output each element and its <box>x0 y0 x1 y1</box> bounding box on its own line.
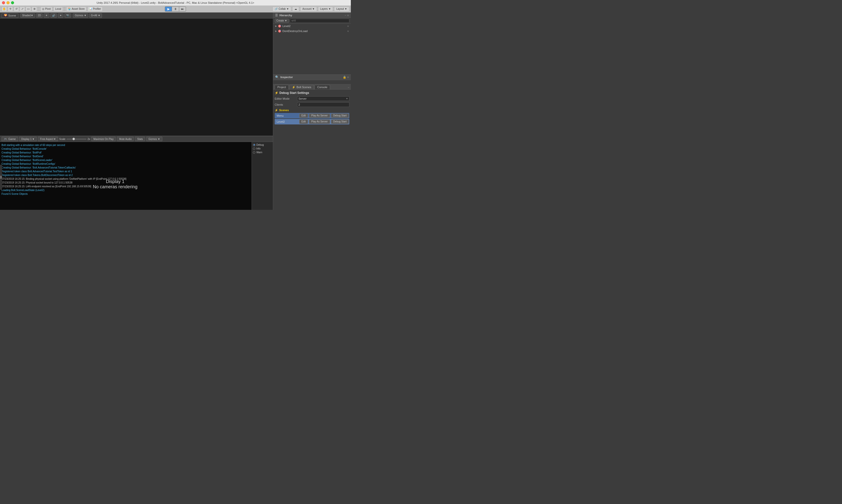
item-options[interactable]: ≡ <box>347 30 349 33</box>
rect-tool[interactable]: ▭ <box>25 6 31 12</box>
pause-button[interactable]: ⏸ <box>172 6 179 12</box>
scale-slider[interactable]: Scale 2x <box>59 138 90 141</box>
hand-tool[interactable]: ✋ <box>1 6 7 12</box>
aspect-dropdown[interactable]: Free Aspect ▼ <box>38 137 58 141</box>
collab-button[interactable]: 🔗 Collab ▼ <box>272 6 291 12</box>
rotate-tool[interactable]: ↺ <box>14 6 19 12</box>
editor-mode-dropdown[interactable]: Server ▼ <box>297 96 349 101</box>
scale-thumb[interactable] <box>72 138 75 140</box>
asset-store-button[interactable]: 🏪 Asset Store <box>66 6 86 12</box>
info-radio[interactable]: Info <box>253 147 272 150</box>
debug-radio-circle[interactable] <box>253 144 255 146</box>
display-dropdown[interactable]: Display 1 ▼ <box>19 137 37 141</box>
profiler-icon: 📊 <box>89 7 92 10</box>
hierarchy-item-dontdestroy[interactable]: ▶ 🎯 DontDestroyOnLoad ≡ <box>273 29 351 34</box>
shading-dropdown[interactable]: Shaded ▼ <box>20 13 35 18</box>
play-button[interactable]: ▶ <box>165 6 172 12</box>
window-title: Unity 2017.4.26f1 Personal (64bit) - Lev… <box>97 1 254 4</box>
maximize-button[interactable] <box>11 1 14 4</box>
hierarchy-header: ☰ Hierarchy − ≡ <box>273 13 351 18</box>
scale-track[interactable] <box>66 139 86 140</box>
play-as-server-button-menu[interactable]: Play As Server <box>309 113 330 118</box>
project-tab[interactable]: Project <box>275 85 289 89</box>
scene-toolbar: 🌄 Scene Shaded ▼ 2D ☀ 🔊 ✦ 📷 Gizmos ▼ <box>0 13 273 19</box>
log-line: Registered token class Bolt.Tokens.BoltD… <box>1 174 250 177</box>
inspector-menu[interactable]: ≡ <box>347 76 349 79</box>
window-controls[interactable] <box>2 1 14 4</box>
bolt-scenes-tab[interactable]: ⚡ Bolt Scenes <box>289 85 314 89</box>
hierarchy-item-level2[interactable]: ▶ 🎯 Level2 ≡ <box>273 23 351 29</box>
dropdown-arrow-icon: ▼ <box>346 97 348 100</box>
debug-settings-content: ⚡ Debug Start Settings Editor Mode Serve… <box>273 90 351 126</box>
camera-icon[interactable]: 📷 <box>64 13 71 18</box>
2d-toggle[interactable]: 2D <box>36 13 43 18</box>
game-gizmos-button[interactable]: Gizmos ▼ <box>146 137 162 141</box>
editor-mode-row: Editor Mode Server ▼ <box>275 96 349 101</box>
log-line: Creating Global Behaviour: 'BoltConsole' <box>1 147 250 151</box>
local-button[interactable]: Local <box>53 6 63 12</box>
debug-start-button-menu[interactable]: Debug Start <box>331 113 349 118</box>
close-button[interactable] <box>2 1 5 4</box>
hierarchy-header-right: − ≡ <box>345 14 349 17</box>
scene-tab[interactable]: 🌄 Scene <box>1 13 18 18</box>
scenes-bolt-icon: ⚡ <box>275 109 278 112</box>
gizmos-button[interactable]: Gizmos ▼ <box>73 13 88 18</box>
layers-button[interactable]: Layers ▼ <box>318 6 333 12</box>
hierarchy-title: Hierarchy <box>279 14 292 17</box>
panel-collapse-icon[interactable]: − <box>348 86 349 89</box>
transform-tools: ✋ ✛ ↺ ⤢ ▭ ⊕ <box>1 6 37 12</box>
hierarchy-collapse[interactable]: − <box>345 14 346 17</box>
hierarchy-search[interactable] <box>290 19 349 23</box>
debug-start-button-level2[interactable]: Debug Start <box>331 120 349 124</box>
lighting-toggle[interactable]: ☀ <box>44 13 49 18</box>
info-radio-circle[interactable] <box>253 147 255 150</box>
console-tab[interactable]: Console <box>314 85 330 89</box>
profiler-button[interactable]: 📊 Profiler <box>87 6 103 12</box>
main-toolbar: ✋ ✛ ↺ ⤢ ▭ ⊕ ◎ Pivot Local 🏪 Asset Store … <box>0 5 351 13</box>
collab-icon: 🔗 <box>275 7 278 10</box>
clients-row: Clients 2 <box>275 102 349 107</box>
stats-button[interactable]: Stats <box>135 137 145 141</box>
edit-button-level2[interactable]: Edit <box>299 120 308 124</box>
clients-label: Clients <box>275 103 297 106</box>
cloud-button[interactable]: ☁ <box>292 6 299 12</box>
display-label: Display 1 <box>106 179 124 184</box>
log-line: Creating Global Behaviour: 'BoltRuntimeC… <box>1 162 250 166</box>
scene-name-menu: Menu <box>275 114 299 117</box>
bottom-right-panel: Project ⚡ Bolt Scenes Console − ⚡ Debug … <box>273 84 351 210</box>
fx-toggle[interactable]: ✦ <box>58 13 64 18</box>
scale-tool[interactable]: ⤢ <box>20 6 25 12</box>
hierarchy-menu[interactable]: ≡ <box>347 14 349 17</box>
slider-handle[interactable] <box>0 176 2 179</box>
play-as-server-button-level2[interactable]: Play As Server <box>309 120 330 124</box>
audio-toggle[interactable]: 🔊 <box>50 13 57 18</box>
clients-input[interactable]: 2 <box>297 103 349 107</box>
game-view: 🎮 Game Display 1 ▼ Free Aspect ▼ Scale <box>0 136 273 210</box>
multi-tool[interactable]: ⊕ <box>32 6 37 12</box>
panel-right-controls: − <box>348 86 349 89</box>
log-line: Creating Global Behaviour: 'BoltPoll' <box>1 151 250 155</box>
bolt-icon: ⚡ <box>275 91 278 95</box>
log-line: Registered token class Bolt.AdvancedTuto… <box>1 170 250 173</box>
right-panel: ☰ Hierarchy − ≡ Create ▼ ▶ 🎯 Level2 ≡ <box>273 13 351 210</box>
minimize-button[interactable] <box>6 1 10 4</box>
move-tool[interactable]: ✛ <box>7 6 13 12</box>
scenes-header: ⚡ Scenes <box>275 109 349 112</box>
game-tab[interactable]: 🎮 Game <box>1 137 18 141</box>
layout-button[interactable]: Layout ▼ <box>334 6 349 12</box>
maximize-on-play-button[interactable]: Maximize On Play <box>91 137 116 141</box>
pivot-button[interactable]: ◎ Pivot <box>40 6 52 12</box>
account-button[interactable]: Account ▼ <box>300 6 317 12</box>
item-options[interactable]: ≡ <box>347 25 349 28</box>
inspector-lock[interactable]: 🔒 <box>343 76 346 79</box>
warn-radio-circle[interactable] <box>253 151 255 154</box>
all-layers-button[interactable]: G+All ▼ <box>89 13 102 18</box>
warn-radio[interactable]: Warn <box>253 151 272 154</box>
step-button[interactable]: ⏭ <box>179 6 186 12</box>
play-controls: ▶ ⏸ ⏭ <box>165 6 186 12</box>
mute-audio-button[interactable]: Mute Audio <box>117 137 134 141</box>
edit-button-menu[interactable]: Edit <box>299 113 308 118</box>
inspector-header-right: 🔒 ≡ <box>343 76 349 79</box>
debug-radio[interactable]: Debug <box>253 143 272 146</box>
create-dropdown[interactable]: Create ▼ <box>275 19 289 23</box>
